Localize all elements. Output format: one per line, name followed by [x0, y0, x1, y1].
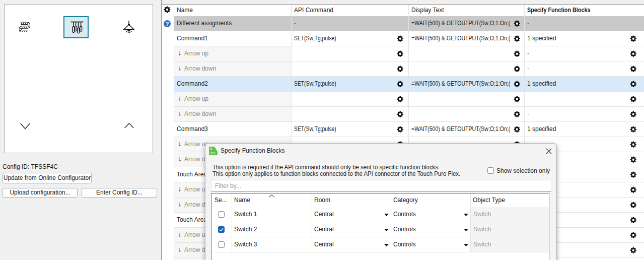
svg-text:CONFIG: CONFIG: [209, 152, 216, 154]
